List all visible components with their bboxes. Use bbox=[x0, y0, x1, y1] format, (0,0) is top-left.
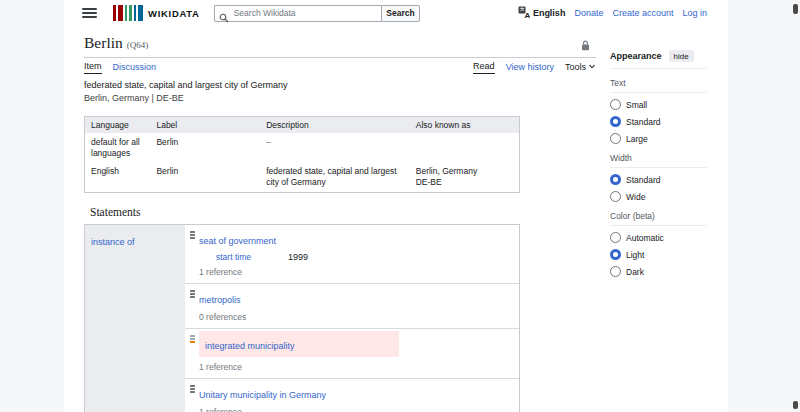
col-language: Language bbox=[85, 117, 151, 134]
tab-item[interactable]: Item bbox=[84, 61, 102, 74]
page-title: Berlin (Q64) bbox=[84, 34, 596, 52]
scrollbar-bottom-nub[interactable] bbox=[793, 401, 798, 409]
main-content: Berlin (Q64) Item Discussion Read View h… bbox=[84, 34, 596, 412]
donate-link[interactable]: Donate bbox=[574, 8, 603, 18]
qualifier-property-link[interactable]: start time bbox=[216, 252, 288, 262]
tab-discussion[interactable]: Discussion bbox=[113, 62, 157, 74]
statements-heading: Statements bbox=[90, 206, 596, 218]
property-link[interactable]: instance of bbox=[91, 237, 135, 247]
language-selector-button[interactable]: A English bbox=[518, 6, 566, 20]
main-menu-button[interactable] bbox=[82, 6, 97, 20]
property-column: instance of bbox=[85, 225, 185, 412]
tools-label: Tools bbox=[565, 62, 586, 72]
title-row: Berlin (Q64) bbox=[84, 34, 596, 58]
option-text-large[interactable]: Large bbox=[610, 133, 707, 144]
entity-label: Berlin bbox=[84, 34, 123, 52]
option-color-dark[interactable]: Dark bbox=[610, 266, 707, 277]
radio-icon[interactable] bbox=[610, 266, 621, 277]
references-toggle[interactable]: 1 reference bbox=[199, 267, 513, 277]
wikidata-logo-icon bbox=[113, 5, 143, 21]
cell-label: Berlin bbox=[150, 162, 260, 192]
rank-selector-icon[interactable] bbox=[190, 385, 195, 394]
references-toggle[interactable]: 0 references bbox=[199, 312, 513, 322]
radio-icon[interactable] bbox=[610, 191, 621, 202]
radio-icon[interactable] bbox=[610, 116, 621, 127]
log-in-link[interactable]: Log in bbox=[682, 8, 707, 18]
value-link[interactable]: integrated municipality bbox=[205, 341, 295, 351]
hide-button[interactable]: hide bbox=[669, 50, 694, 62]
qualifiers: start time 1999 bbox=[216, 252, 513, 262]
language-label: English bbox=[533, 8, 566, 18]
option-color-light[interactable]: Light bbox=[610, 249, 707, 260]
statement-value: seat of government bbox=[199, 229, 276, 248]
value-link[interactable]: seat of government bbox=[199, 236, 276, 246]
tab-bar: Item Discussion Read View history Tools bbox=[84, 61, 596, 74]
option-label: Small bbox=[626, 100, 647, 110]
statement-value: metropolis bbox=[199, 288, 241, 307]
option-width-wide[interactable]: Wide bbox=[610, 191, 707, 202]
svg-text:A: A bbox=[524, 11, 530, 18]
top-header: WIKIDATA Search A bbox=[64, 0, 728, 26]
option-label: Automatic bbox=[626, 233, 664, 243]
hamburger-icon bbox=[82, 8, 97, 10]
section-label-text: Text bbox=[610, 78, 707, 93]
radio-icon[interactable] bbox=[610, 249, 621, 260]
rank-selector-icon[interactable] bbox=[190, 335, 195, 344]
option-label: Standard bbox=[626, 117, 661, 127]
statement: Unitary municipality in Germany 1 refere… bbox=[185, 379, 519, 412]
col-label: Label bbox=[150, 117, 260, 134]
entity-aliases: Berlin, Germany | DE-BE bbox=[84, 93, 596, 103]
cell-description: – bbox=[260, 133, 410, 162]
alias-line: Berlin, Germany bbox=[416, 166, 513, 177]
option-label: Standard bbox=[626, 175, 661, 185]
rank-selector-icon[interactable] bbox=[190, 290, 195, 299]
tab-read[interactable]: Read bbox=[473, 61, 495, 74]
search-button[interactable]: Search bbox=[381, 5, 419, 22]
references-toggle[interactable]: 1 reference bbox=[199, 362, 513, 372]
radio-icon[interactable] bbox=[610, 174, 621, 185]
section-label-width: Width bbox=[610, 153, 707, 168]
option-color-automatic[interactable]: Automatic bbox=[610, 232, 707, 243]
references-toggle[interactable]: 1 reference bbox=[199, 407, 513, 412]
option-text-small[interactable]: Small bbox=[610, 99, 707, 110]
chevron-down-icon bbox=[588, 62, 596, 72]
cell-aliases: Berlin, Germany DE-BE bbox=[410, 162, 520, 192]
create-account-link[interactable]: Create account bbox=[612, 8, 673, 18]
terms-table: Language Label Description Also known as… bbox=[84, 116, 520, 193]
appearance-panel: Appearance hide Text Small Standard Larg… bbox=[610, 50, 707, 277]
value-link[interactable]: Unitary municipality in Germany bbox=[199, 390, 326, 400]
statement-group: instance of seat of government start tim… bbox=[84, 224, 520, 412]
tab-view-history[interactable]: View history bbox=[506, 62, 554, 74]
statement-values: seat of government start time 1999 1 ref… bbox=[185, 225, 519, 412]
header-user-links: A English Donate Create account Log in bbox=[518, 6, 728, 20]
statement-value: Unitary municipality in Germany bbox=[199, 383, 326, 402]
search-input[interactable] bbox=[214, 5, 382, 22]
wikidata-logo[interactable]: WIKIDATA bbox=[113, 5, 200, 21]
entity-description: federated state, capital and largest cit… bbox=[84, 80, 596, 90]
statement: seat of government start time 1999 1 ref… bbox=[185, 225, 519, 284]
statement-value: integrated municipality bbox=[199, 331, 399, 357]
section-label-color: Color (beta) bbox=[610, 211, 707, 226]
entity-id: (Q64) bbox=[127, 40, 149, 50]
terms-row-default: default for all languages Berlin – bbox=[85, 133, 520, 162]
language-icon: A bbox=[518, 6, 530, 20]
option-label: Large bbox=[626, 134, 648, 144]
cell-aliases bbox=[410, 133, 520, 162]
vertical-scrollbar[interactable] bbox=[791, 0, 800, 412]
terms-header-row: Language Label Description Also known as bbox=[85, 117, 520, 134]
radio-icon[interactable] bbox=[610, 99, 621, 110]
option-label: Wide bbox=[626, 192, 645, 202]
option-width-standard[interactable]: Standard bbox=[610, 174, 707, 185]
option-label: Dark bbox=[626, 267, 644, 277]
wikidata-logo-text: WIKIDATA bbox=[148, 8, 200, 19]
scrollbar-thumb[interactable] bbox=[793, 4, 798, 14]
option-text-standard[interactable]: Standard bbox=[610, 116, 707, 127]
cell-description: federated state, capital and largest cit… bbox=[260, 162, 410, 192]
rank-selector-icon[interactable] bbox=[190, 231, 195, 240]
radio-icon[interactable] bbox=[610, 232, 621, 243]
radio-icon[interactable] bbox=[610, 133, 621, 144]
appearance-header: Appearance hide bbox=[610, 50, 707, 69]
option-label: Light bbox=[626, 250, 644, 260]
tab-tools[interactable]: Tools bbox=[565, 62, 596, 74]
value-link[interactable]: metropolis bbox=[199, 295, 241, 305]
